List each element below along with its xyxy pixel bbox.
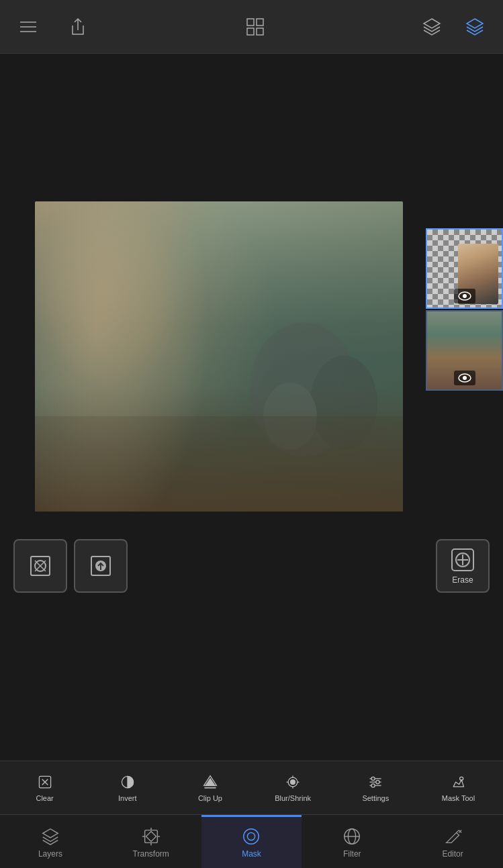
toolbar-right (417, 12, 490, 42)
svg-rect-6 (247, 28, 254, 35)
invert-label: Invert (118, 794, 137, 802)
svg-rect-13 (35, 416, 403, 512)
top-toolbar (0, 0, 503, 54)
mask-draw-btn[interactable] (13, 539, 67, 593)
nav-mask-label: Mask (242, 849, 261, 859)
svg-marker-34 (205, 778, 215, 785)
layer-eye-2[interactable] (454, 371, 475, 385)
svg-point-46 (376, 780, 379, 783)
erase-button[interactable]: Erase (436, 539, 490, 593)
grid-icon[interactable] (240, 12, 270, 42)
mask-forward-btn[interactable] (74, 539, 128, 593)
nav-transform-label: Transform (133, 849, 169, 859)
svg-point-56 (248, 832, 255, 840)
blur-shrink-tool[interactable]: Blur/Shrink (252, 769, 334, 808)
layer-eye-1[interactable] (454, 289, 475, 303)
layer-thumb-1[interactable] (426, 228, 503, 309)
clear-label: Clear (36, 794, 53, 802)
layers-stack-icon[interactable] (417, 12, 447, 42)
svg-point-17 (463, 376, 467, 380)
svg-line-60 (457, 830, 459, 833)
nav-transform[interactable]: Transform (101, 815, 201, 868)
invert-tool[interactable]: Invert (86, 769, 169, 808)
bottom-nav: Layers Transform Mask Filter (0, 814, 503, 868)
list-icon[interactable] (13, 12, 43, 42)
svg-marker-9 (467, 19, 483, 28)
mask-tool-label: Mask Tool (442, 794, 475, 802)
nav-layers[interactable]: Layers (0, 815, 101, 868)
settings-label: Settings (362, 794, 389, 802)
mask-tool-btn[interactable]: Mask Tool (417, 769, 500, 808)
clip-up-tool[interactable]: Clip Up (169, 769, 251, 808)
toolbar-left (13, 12, 93, 42)
canvas-area: Erase (0, 54, 503, 707)
composite-image[interactable] (35, 201, 403, 512)
nav-filter-label: Filter (343, 849, 361, 859)
svg-rect-4 (247, 19, 254, 26)
blur-shrink-label: Blur/Shrink (275, 794, 311, 802)
canvas-tools (13, 539, 128, 593)
nav-filter[interactable]: Filter (302, 815, 402, 868)
nav-editor[interactable]: Editor (402, 815, 503, 868)
svg-marker-8 (424, 19, 440, 28)
svg-rect-7 (257, 28, 263, 35)
svg-rect-5 (257, 19, 263, 26)
clip-up-label: Clip Up (198, 794, 222, 802)
nav-editor-label: Editor (442, 849, 463, 859)
nav-layers-label: Layers (38, 849, 62, 859)
svg-marker-49 (43, 829, 58, 838)
nav-mask[interactable]: Mask (201, 815, 302, 868)
share-icon[interactable] (63, 12, 93, 42)
svg-point-37 (291, 779, 295, 784)
svg-point-15 (463, 294, 467, 298)
svg-point-55 (244, 829, 259, 845)
mask-toolbar: Clear Invert Clip Up Blur/Shrink (0, 761, 503, 814)
layer-thumb-2[interactable] (426, 310, 503, 391)
svg-point-47 (371, 783, 375, 787)
svg-point-45 (371, 777, 375, 780)
clear-tool[interactable]: Clear (3, 769, 86, 808)
layers-active-icon[interactable] (460, 12, 490, 42)
settings-tool[interactable]: Settings (334, 769, 417, 808)
erase-label: Erase (452, 575, 473, 585)
layer-panel (426, 228, 503, 391)
